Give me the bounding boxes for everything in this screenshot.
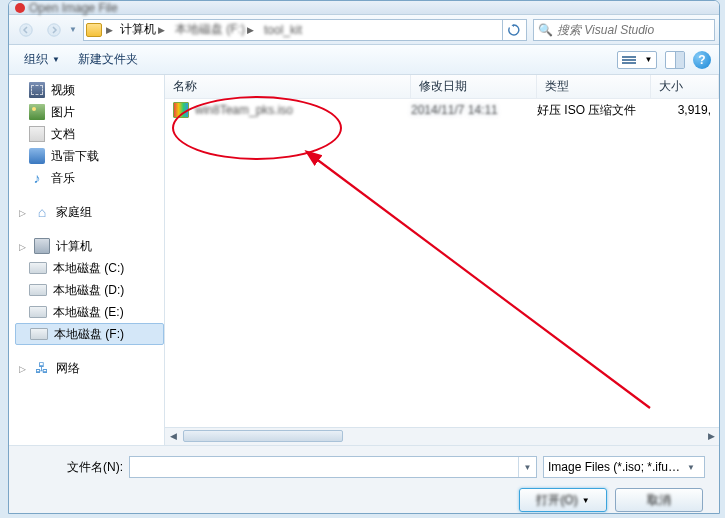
image-icon xyxy=(29,104,45,120)
filename-input[interactable] xyxy=(130,460,518,474)
doc-icon xyxy=(29,126,45,142)
computer-icon xyxy=(34,238,50,254)
refresh-button[interactable] xyxy=(502,19,524,41)
sidebar-item-drive-e[interactable]: 本地磁盘 (E:) xyxy=(15,301,164,323)
network-icon: 🖧 xyxy=(34,360,50,376)
file-date: 2014/11/7 14:11 xyxy=(411,103,537,117)
horizontal-scrollbar[interactable]: ◀ ▶ xyxy=(165,427,719,445)
search-input[interactable] xyxy=(557,23,710,37)
column-header-size[interactable]: 大小 xyxy=(651,75,719,98)
column-header-date[interactable]: 修改日期 xyxy=(411,75,537,98)
expand-icon: ▷ xyxy=(19,242,28,251)
sidebar-item-label: 本地磁盘 (C:) xyxy=(53,260,124,277)
filename-label: 文件名(N): xyxy=(23,459,123,476)
sidebar-item-download[interactable]: 迅雷下载 xyxy=(15,145,164,167)
filename-combo[interactable]: ▼ xyxy=(129,456,537,478)
homegroup-icon: ⌂ xyxy=(34,204,50,220)
scroll-right-icon[interactable]: ▶ xyxy=(703,429,719,443)
sidebar-item-label: 家庭组 xyxy=(56,204,92,221)
chevron-right-icon[interactable]: ▶ xyxy=(106,25,113,35)
new-folder-button[interactable]: 新建文件夹 xyxy=(71,49,145,71)
sidebar-item-drive-c[interactable]: 本地磁盘 (C:) xyxy=(15,257,164,279)
filetype-select[interactable]: Image Files (*.iso; *.ifu; *.bin ▼ xyxy=(543,456,705,478)
drive-icon xyxy=(29,262,47,274)
sidebar-item-pictures[interactable]: 图片 xyxy=(15,101,164,123)
file-name: win8Team_pks.iso xyxy=(195,103,293,117)
nav-sidebar[interactable]: 视频 图片 文档 迅雷下载 ♪音乐 ▷⌂家庭组 ▷计算机 本地磁盘 (C:) 本… xyxy=(9,75,165,445)
sidebar-item-label: 本地磁盘 (E:) xyxy=(53,304,124,321)
sidebar-item-label: 文档 xyxy=(51,126,75,143)
chevron-down-icon: ▼ xyxy=(52,55,60,64)
chevron-down-icon: ▼ xyxy=(645,55,653,64)
open-button[interactable]: 打开(O)▼ xyxy=(519,488,607,512)
file-size: 3,919, xyxy=(651,103,719,117)
organize-button[interactable]: 组织▼ xyxy=(17,49,67,71)
collapse-icon: ▷ xyxy=(19,208,28,217)
list-header: 名称 修改日期 类型 大小 xyxy=(165,75,719,99)
sidebar-item-label: 本地磁盘 (F:) xyxy=(54,326,124,343)
addr-seg-computer[interactable]: 计算机▶ xyxy=(117,20,168,40)
folder-icon xyxy=(86,23,102,37)
addr-seg-drive[interactable]: 本地磁盘 (F:)▶ xyxy=(172,20,257,40)
iso-file-icon xyxy=(173,102,189,118)
help-icon: ? xyxy=(698,53,705,67)
navbar: ▼ ▶ 计算机▶ 本地磁盘 (F:)▶ tool_kit 🔍 xyxy=(9,15,719,45)
sidebar-item-video[interactable]: 视频 xyxy=(15,79,164,101)
column-header-name[interactable]: 名称 xyxy=(165,75,411,98)
chevron-down-icon: ▼ xyxy=(682,457,700,477)
scroll-left-icon[interactable]: ◀ xyxy=(165,429,181,443)
file-row[interactable]: win8Team_pks.iso 2014/11/7 14:11 好压 ISO … xyxy=(165,99,719,121)
preview-pane-button[interactable] xyxy=(665,51,685,69)
addr-seg-folder[interactable]: tool_kit xyxy=(261,20,305,40)
sidebar-item-music[interactable]: ♪音乐 xyxy=(15,167,164,189)
help-button[interactable]: ? xyxy=(693,51,711,69)
drive-icon xyxy=(30,328,48,340)
sidebar-item-label: 视频 xyxy=(51,82,75,99)
dialog-footer: 文件名(N): ▼ Image Files (*.iso; *.ifu; *.b… xyxy=(9,445,719,514)
svg-point-0 xyxy=(20,23,32,35)
sidebar-item-label: 音乐 xyxy=(51,170,75,187)
list-body[interactable]: win8Team_pks.iso 2014/11/7 14:11 好压 ISO … xyxy=(165,99,719,427)
scroll-thumb[interactable] xyxy=(183,430,343,442)
sidebar-item-label: 网络 xyxy=(56,360,80,377)
sidebar-item-documents[interactable]: 文档 xyxy=(15,123,164,145)
view-mode-button[interactable]: ▼ xyxy=(617,51,657,69)
file-type: 好压 ISO 压缩文件 xyxy=(537,102,651,119)
sidebar-item-label: 本地磁盘 (D:) xyxy=(53,282,124,299)
music-icon: ♪ xyxy=(29,170,45,186)
forward-icon xyxy=(47,23,61,37)
search-box[interactable]: 🔍 xyxy=(533,19,715,41)
sidebar-item-drive-f[interactable]: 本地磁盘 (F:) xyxy=(15,323,164,345)
toolbar: 组织▼ 新建文件夹 ▼ ? xyxy=(9,45,719,75)
drive-icon xyxy=(29,284,47,296)
back-icon xyxy=(19,23,33,37)
open-file-dialog: Open Image File ▼ ▶ 计算机▶ 本地磁盘 (F:)▶ tool… xyxy=(8,0,720,514)
svg-point-1 xyxy=(48,23,60,35)
video-icon xyxy=(29,82,45,98)
cancel-button[interactable]: 取消 xyxy=(615,488,703,512)
titlebar: Open Image File xyxy=(9,1,719,15)
sidebar-item-label: 计算机 xyxy=(56,238,92,255)
column-header-type[interactable]: 类型 xyxy=(537,75,651,98)
sidebar-group-network[interactable]: ▷🖧网络 xyxy=(15,357,164,379)
chevron-down-icon: ▼ xyxy=(582,496,590,505)
nav-back-button[interactable] xyxy=(13,18,39,42)
filetype-label: Image Files (*.iso; *.ifu; *.bin xyxy=(548,460,682,474)
nav-forward-button[interactable] xyxy=(41,18,67,42)
sidebar-item-drive-d[interactable]: 本地磁盘 (D:) xyxy=(15,279,164,301)
sidebar-item-label: 迅雷下载 xyxy=(51,148,99,165)
file-list: 名称 修改日期 类型 大小 win8Team_pks.iso 2014/11/7… xyxy=(165,75,719,445)
download-icon xyxy=(29,148,45,164)
address-bar[interactable]: ▶ 计算机▶ 本地磁盘 (F:)▶ tool_kit xyxy=(83,19,527,41)
sidebar-group-homegroup[interactable]: ▷⌂家庭组 xyxy=(15,201,164,223)
nav-history-dropdown[interactable]: ▼ xyxy=(69,25,81,34)
refresh-icon xyxy=(508,24,520,36)
collapse-icon: ▷ xyxy=(19,364,28,373)
drive-icon xyxy=(29,306,47,318)
sidebar-item-label: 图片 xyxy=(51,104,75,121)
window-title: Open Image File xyxy=(29,1,118,15)
sidebar-group-computer[interactable]: ▷计算机 xyxy=(15,235,164,257)
chevron-down-icon[interactable]: ▼ xyxy=(518,457,536,477)
app-icon xyxy=(15,3,25,13)
list-view-icon xyxy=(622,54,636,66)
